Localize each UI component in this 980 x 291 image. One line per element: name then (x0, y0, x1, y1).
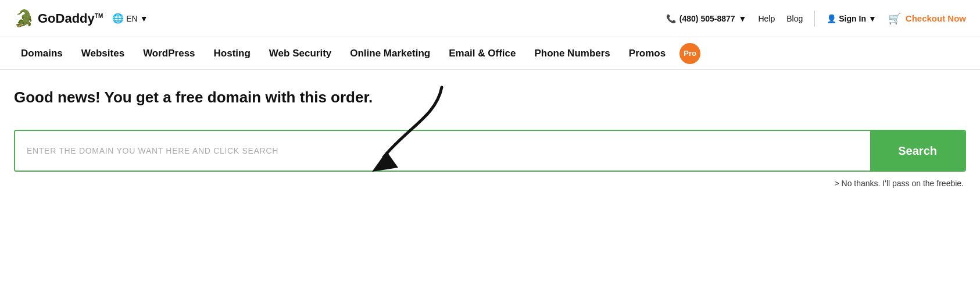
top-bar-right: 📞 (480) 505-8877 ▼ Help Blog 👤 Sign In ▼… (666, 10, 966, 27)
globe-icon: 🌐 (112, 13, 124, 24)
nav-item-wordpress[interactable]: WordPress (136, 48, 202, 59)
nav-item-domains[interactable]: Domains (14, 48, 70, 59)
lang-label: EN (126, 14, 137, 23)
logo-icon: 🐊 (14, 9, 34, 28)
pro-badge: Pro (679, 43, 700, 64)
promo-heading: Good news! You get a free domain with th… (14, 88, 966, 107)
checkout-label: Checkout Now (906, 13, 966, 23)
top-bar: 🐊 GoDaddyTM 🌐 EN ▼ 📞 (480) 505-8877 ▼ He… (0, 0, 980, 37)
checkout-button[interactable]: 🛒 Checkout Now (888, 12, 966, 25)
nav-item-onlinemarketing[interactable]: Online Marketing (343, 48, 437, 59)
phone-chevron-icon: ▼ (739, 14, 747, 23)
nav-item-websecurity[interactable]: Web Security (262, 48, 338, 59)
language-selector[interactable]: 🌐 EN ▼ (112, 13, 148, 24)
signin-chevron-icon: ▼ (868, 14, 877, 23)
nav-bar: Domains Websites WordPress Hosting Web S… (0, 37, 980, 70)
top-bar-left: 🐊 GoDaddyTM 🌐 EN ▼ (14, 9, 148, 28)
divider (814, 10, 815, 27)
nav-item-promos[interactable]: Promos (622, 48, 673, 59)
phone-icon: 📞 (666, 14, 676, 23)
help-link[interactable]: Help (758, 14, 775, 23)
blog-link[interactable]: Blog (786, 14, 803, 23)
nav-item-websites[interactable]: Websites (74, 48, 131, 59)
phone-link[interactable]: 📞 (480) 505-8877 ▼ (666, 14, 747, 23)
phone-number: (480) 505-8877 (679, 14, 735, 23)
cart-icon: 🛒 (888, 12, 901, 25)
no-thanks-link[interactable]: No thanks. I'll pass on the freebie. (834, 179, 964, 188)
user-icon: 👤 (827, 14, 836, 23)
search-row: Search (14, 130, 966, 172)
logo[interactable]: 🐊 GoDaddyTM (14, 9, 103, 28)
chevron-down-icon: ▼ (140, 14, 148, 23)
signin-label: Sign In (839, 14, 866, 23)
nav-item-hosting[interactable]: Hosting (207, 48, 257, 59)
nav-item-phonenumbers[interactable]: Phone Numbers (527, 48, 617, 59)
nav-item-emailoffice[interactable]: Email & Office (442, 48, 523, 59)
domain-search-input[interactable] (15, 131, 870, 171)
main-content: Good news! You get a free domain with th… (0, 70, 980, 188)
signin-button[interactable]: 👤 Sign In ▼ (827, 14, 877, 23)
logo-text: GoDaddyTM (38, 11, 103, 26)
no-thanks-row: No thanks. I'll pass on the freebie. (14, 179, 966, 188)
search-button[interactable]: Search (870, 131, 965, 171)
